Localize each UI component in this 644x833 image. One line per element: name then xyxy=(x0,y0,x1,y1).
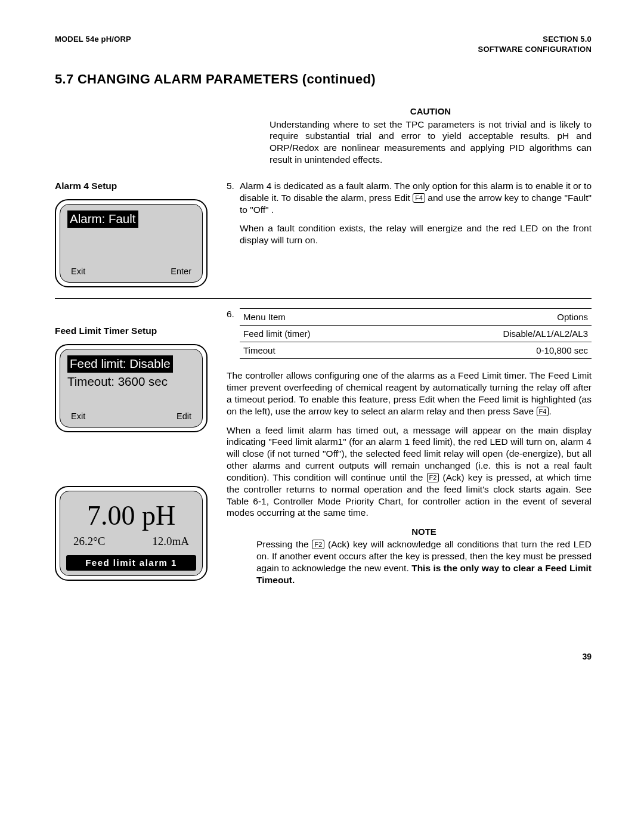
header-left: MODEL 54e pH/ORP xyxy=(55,35,131,54)
feed-selected: Feed limit: Disable xyxy=(67,355,173,373)
caution-text: Understanding where to set the TPC param… xyxy=(270,119,592,166)
note-block: NOTE Pressing the F2 (Ack) key will ackn… xyxy=(227,526,592,586)
feed-heading: Feed Limit Timer Setup xyxy=(55,325,210,337)
alarm4-exit: Exit xyxy=(71,266,85,277)
f2-key-icon: F2 xyxy=(312,540,324,549)
alarm4-lcd: Alarm: Fault Exit Enter xyxy=(55,199,208,287)
note-label: NOTE xyxy=(256,526,592,537)
main-display-lcd: 7.00 pH 26.2°C 12.0mA Feed limit alarm 1 xyxy=(55,486,208,581)
caution-block: CAUTION Understanding where to set the T… xyxy=(270,106,592,166)
f2-key-icon: F2 xyxy=(427,473,439,482)
ph-value: 7.00 pH xyxy=(65,494,197,534)
step-6-num: 6. xyxy=(227,308,240,360)
divider xyxy=(55,298,592,299)
f4-key-icon: F4 xyxy=(537,407,549,416)
alarm4-p2: When a fault condition exists, the relay… xyxy=(240,222,592,246)
feed-alarm-bar: Feed limit alarm 1 xyxy=(66,555,196,571)
display-temp: 26.2°C xyxy=(73,534,106,549)
alarm4-enter: Enter xyxy=(171,266,191,277)
feed-exit: Exit xyxy=(71,411,85,422)
alarm4-p1: Alarm 4 is dedicated as a fault alarm. T… xyxy=(240,180,592,215)
options-table: Menu ItemOptions Feed limit (timer)Disab… xyxy=(240,308,592,360)
feed-edit: Edit xyxy=(177,411,191,422)
page-header: MODEL 54e pH/ORP SECTION 5.0 SOFTWARE CO… xyxy=(55,35,592,54)
feed-lcd: Feed limit: Disable Timeout: 3600 sec Ex… xyxy=(55,344,208,432)
feed-p1: The controller allows configuring one of… xyxy=(227,370,592,417)
note-text: Pressing the F2 (Ack) key will acknowled… xyxy=(256,538,592,586)
alarm4-selected: Alarm: Fault xyxy=(67,210,138,228)
section-title: 5.7 CHANGING ALARM PARAMETERS (continued… xyxy=(55,71,592,88)
header-right: SECTION 5.0 SOFTWARE CONFIGURATION xyxy=(478,35,592,54)
feed-p2: When a feed limit alarm has timed out, a… xyxy=(227,425,592,519)
alarm4-heading: Alarm 4 Setup xyxy=(55,180,210,192)
display-ma: 12.0mA xyxy=(152,534,189,549)
feed-line2: Timeout: 3600 sec xyxy=(67,373,195,389)
f4-key-icon: F4 xyxy=(413,193,425,203)
caution-label: CAUTION xyxy=(270,106,592,117)
page-number: 39 xyxy=(55,652,592,662)
step-5-num: 5. xyxy=(227,180,240,253)
